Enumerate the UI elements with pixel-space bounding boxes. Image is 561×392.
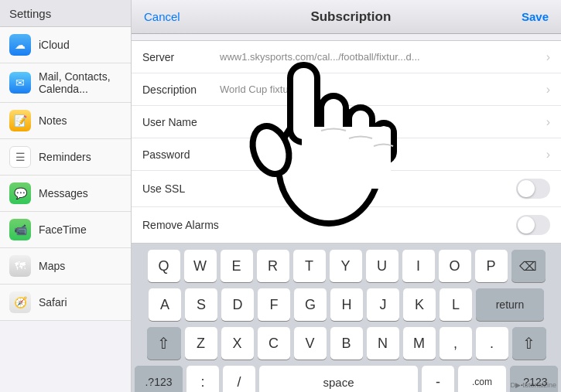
description-arrow-icon: › xyxy=(546,83,550,97)
ssl-label: Use SSL xyxy=(142,182,220,195)
sidebar-item-safari[interactable]: 🧭 Safari xyxy=(0,285,131,321)
key-l[interactable]: L xyxy=(440,288,472,321)
sidebar: Settings ☁ iCloud ✉ Mail, Contacts, Cale… xyxy=(0,0,132,392)
key-j[interactable]: J xyxy=(367,288,399,321)
sidebar-item-mail[interactable]: ✉ Mail, Contacts, Calenda... xyxy=(0,63,131,103)
sidebar-item-label: Reminders xyxy=(39,151,91,163)
description-value: World Cup fixtures xyxy=(220,84,542,95)
save-button[interactable]: Save xyxy=(522,10,549,23)
key-z[interactable]: Z xyxy=(185,327,217,360)
keyboard-row-3: ⇧ Z X C V B N M , . ⇧ xyxy=(135,327,558,360)
sidebar-item-label: Mail, Contacts, Calenda... xyxy=(39,70,121,95)
key-p[interactable]: P xyxy=(475,250,508,282)
key-s[interactable]: S xyxy=(185,288,217,321)
server-value: www1.skysports.com/cal.../football/fixtu… xyxy=(220,51,542,63)
space-key[interactable]: space xyxy=(259,366,418,392)
form-section: Server www1.skysports.com/cal.../footbal… xyxy=(132,40,561,244)
nav-title: Subscription xyxy=(310,9,391,25)
delete-key[interactable]: ⌫ xyxy=(511,250,546,282)
form-row-server[interactable]: Server www1.skysports.com/cal.../footbal… xyxy=(132,41,561,73)
key-m[interactable]: M xyxy=(403,327,436,360)
key-slash[interactable]: / xyxy=(223,366,255,392)
sidebar-item-messages[interactable]: 💬 Messages xyxy=(0,176,131,212)
sidebar-item-label: Maps xyxy=(39,260,65,272)
key-period[interactable]: . xyxy=(476,327,508,360)
maps-icon: 🗺 xyxy=(9,255,31,277)
shift-right-key[interactable]: ⇧ xyxy=(512,327,546,360)
key-u[interactable]: U xyxy=(366,250,399,282)
nav-bar: Cancel Subscription Save xyxy=(132,0,561,34)
password-arrow-icon: › xyxy=(546,148,550,162)
sidebar-header: Settings xyxy=(0,0,131,27)
watermark: D▶ tutorialzine xyxy=(510,381,556,389)
key-d[interactable]: D xyxy=(221,288,254,321)
mail-icon: ✉ xyxy=(9,72,31,94)
keyboard-row-1: Q W E R T Y U I O P ⌫ xyxy=(135,250,558,282)
return-key[interactable]: return xyxy=(476,288,544,321)
keyboard: Q W E R T Y U I O P ⌫ A S D F G H J xyxy=(132,244,561,392)
keyboard-row-4: .?123 : / space - .com .?123 xyxy=(135,366,558,392)
sidebar-item-notes[interactable]: 📝 Notes xyxy=(0,103,131,139)
form-row-username[interactable]: User Name › xyxy=(132,106,561,138)
key-dotcom[interactable]: .com xyxy=(458,366,506,392)
key-f[interactable]: F xyxy=(258,288,290,321)
form-row-password[interactable]: Password › xyxy=(132,138,561,171)
form-area: Server www1.skysports.com/cal.../footbal… xyxy=(132,34,561,244)
sidebar-item-label: Notes xyxy=(39,114,67,127)
key-g[interactable]: G xyxy=(294,288,327,321)
key-comma[interactable]: , xyxy=(440,327,472,360)
form-row-remove-alarms[interactable]: Remove Alarms xyxy=(132,207,561,243)
keyboard-row-2: A S D F G H J K L return xyxy=(135,288,558,321)
key-colon[interactable]: : xyxy=(186,366,219,392)
sidebar-item-label: Safari xyxy=(39,296,67,308)
key-r[interactable]: R xyxy=(257,250,289,282)
key-n[interactable]: N xyxy=(367,327,399,360)
sidebar-item-maps[interactable]: 🗺 Maps xyxy=(0,248,131,285)
key-x[interactable]: X xyxy=(221,327,254,360)
key-o[interactable]: O xyxy=(439,250,471,282)
remove-alarms-label: Remove Alarms xyxy=(142,219,220,231)
sidebar-item-icloud[interactable]: ☁ iCloud xyxy=(0,27,131,63)
form-row-ssl[interactable]: Use SSL xyxy=(132,171,561,207)
key-h[interactable]: H xyxy=(330,288,363,321)
facetime-icon: 📹 xyxy=(9,219,31,240)
form-row-description[interactable]: Description World Cup fixtures › xyxy=(132,73,561,106)
numbers-key-left[interactable]: .?123 xyxy=(135,366,183,392)
sidebar-item-label: iCloud xyxy=(39,39,70,51)
cancel-button[interactable]: Cancel xyxy=(144,10,180,23)
key-k[interactable]: K xyxy=(403,288,436,321)
safari-icon: 🧭 xyxy=(9,291,31,313)
key-c[interactable]: C xyxy=(258,327,290,360)
key-b[interactable]: B xyxy=(330,327,363,360)
key-i[interactable]: I xyxy=(402,250,435,282)
reminders-icon: ☰ xyxy=(9,146,31,168)
sidebar-item-reminders[interactable]: ☰ Reminders xyxy=(0,139,131,176)
shift-key[interactable]: ⇧ xyxy=(147,327,181,360)
key-y[interactable]: Y xyxy=(330,250,362,282)
username-arrow-icon: › xyxy=(546,115,550,129)
key-dash[interactable]: - xyxy=(422,366,454,392)
remove-alarms-toggle[interactable] xyxy=(516,215,550,235)
server-arrow-icon: › xyxy=(546,50,550,64)
sidebar-item-facetime[interactable]: 📹 FaceTime xyxy=(0,212,131,248)
username-label: User Name xyxy=(142,116,220,128)
server-label: Server xyxy=(142,51,220,63)
key-e[interactable]: E xyxy=(221,250,253,282)
key-a[interactable]: A xyxy=(149,288,181,321)
password-label: Password xyxy=(142,148,220,161)
sidebar-title: Settings xyxy=(9,7,51,20)
sidebar-item-label: Messages xyxy=(39,187,88,199)
key-w[interactable]: W xyxy=(184,250,217,282)
main-content: Cancel Subscription Save Server www1.sky… xyxy=(132,0,561,392)
messages-icon: 💬 xyxy=(9,182,31,204)
description-label: Description xyxy=(142,84,220,96)
key-v[interactable]: V xyxy=(294,327,327,360)
sidebar-item-label: FaceTime xyxy=(39,223,87,236)
ssl-toggle[interactable] xyxy=(516,179,550,199)
key-t[interactable]: T xyxy=(293,250,326,282)
notes-icon: 📝 xyxy=(9,110,31,131)
key-q[interactable]: Q xyxy=(148,250,180,282)
icloud-icon: ☁ xyxy=(9,34,31,56)
